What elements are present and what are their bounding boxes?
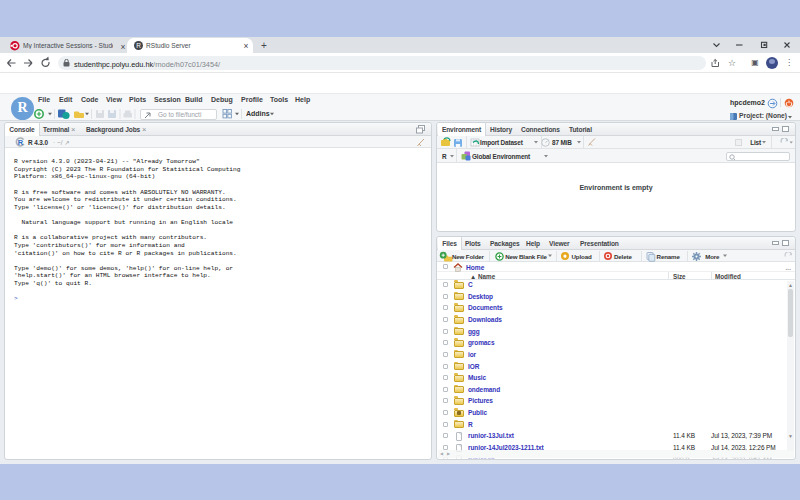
svg-text:R: R xyxy=(136,42,141,49)
svg-text:R: R xyxy=(17,138,23,147)
